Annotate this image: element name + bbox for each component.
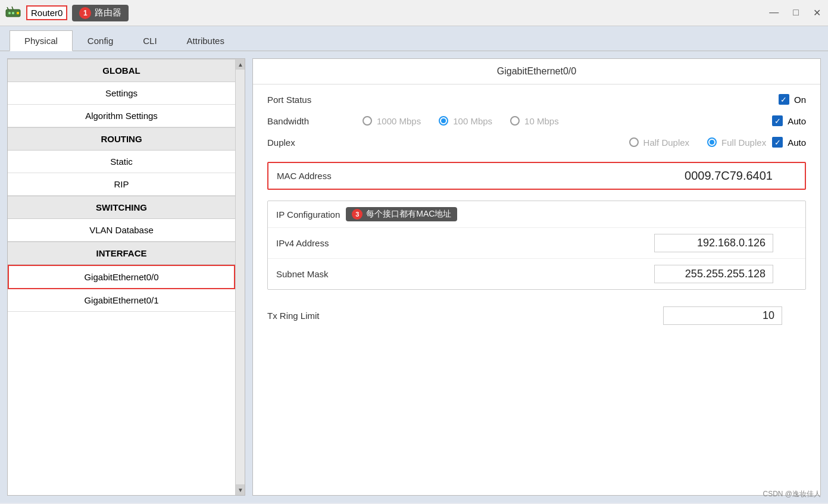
sidebar: GLOBAL Settings Algorithm Settings ROUTI… [7, 58, 245, 496]
duplex-label: Duplex [267, 137, 363, 148]
svg-line-4 [7, 7, 8, 10]
ipv4-value: 192.168.0.126 [654, 234, 773, 252]
close-button[interactable]: ✕ [811, 7, 823, 18]
duplex-options: Half Duplex Full Duplex [363, 137, 766, 148]
subnet-mask-row: Subnet Mask 255.255.255.128 [268, 259, 805, 289]
sidebar-item-gigabit0-0[interactable]: GigabitEthernet0/0 [8, 265, 235, 289]
bandwidth-row: Bandwidth 1000 Mbps 100 Mbps 10 Mbps [267, 115, 806, 126]
bandwidth-10[interactable]: 10 Mbps [510, 116, 559, 126]
tab-config[interactable]: Config [73, 30, 128, 51]
sidebar-section-global: GLOBAL [8, 59, 235, 82]
subnet-mask-value: 255.255.255.128 [654, 265, 773, 283]
bandwidth-options: 1000 Mbps 100 Mbps 10 Mbps [363, 116, 772, 126]
tx-ring-value: 10 [663, 306, 782, 325]
watermark: CSDN @逸妆佳人 [763, 489, 821, 499]
sidebar-item-algorithm-settings[interactable]: Algorithm Settings [8, 105, 235, 127]
port-status-label: Port Status [267, 95, 363, 105]
tx-ring-label: Tx Ring Limit [267, 311, 363, 321]
ip-config-label: IP Configuration [276, 209, 340, 220]
bandwidth-1000[interactable]: 1000 Mbps [363, 116, 421, 126]
title-bar: Router0 1 路由器 — □ ✕ [0, 0, 828, 26]
port-status-row: Port Status ✓ On [267, 94, 806, 105]
radio-1000-icon [363, 116, 372, 126]
svg-line-5 [12, 7, 13, 10]
sidebar-item-rip[interactable]: RIP [8, 173, 235, 196]
tab-physical[interactable]: Physical [10, 30, 73, 51]
badge-number: 1 [79, 7, 91, 19]
bandwidth-100[interactable]: 100 Mbps [439, 116, 492, 126]
sidebar-content: GLOBAL Settings Algorithm Settings ROUTI… [8, 59, 235, 495]
annotation-3: 3 每个接口都有MAC地址 [346, 207, 457, 221]
sidebar-section-routing: ROUTING [8, 127, 235, 151]
radio-100-icon [439, 116, 448, 126]
title-bar-left: Router0 1 路由器 [5, 5, 129, 21]
mac-address-label: MAC Address [277, 171, 372, 181]
tx-ring-row: Tx Ring Limit 10 [267, 300, 806, 331]
duplex-auto: ✓ Auto [772, 137, 806, 148]
port-status-on-label: On [794, 95, 806, 105]
tab-cli[interactable]: CLI [128, 30, 171, 51]
tab-attributes[interactable]: Attributes [172, 30, 239, 51]
router-icon [5, 5, 21, 21]
maximize-button[interactable]: □ [790, 7, 801, 18]
subnet-mask-label: Subnet Mask [276, 269, 371, 279]
sidebar-item-gigabit0-0-container: GigabitEthernet0/0 2 路由器的某一个接口 [8, 265, 235, 289]
panel-body: Port Status ✓ On Bandwidth 1000 Mbps 100 [253, 84, 820, 495]
duplex-auto-label: Auto [788, 137, 806, 148]
radio-full-icon [707, 137, 717, 147]
ip-config-header: IP Configuration 3 每个接口都有MAC地址 [268, 201, 805, 228]
bandwidth-auto-checkbox[interactable]: ✓ [772, 115, 783, 126]
radio-half-icon [629, 137, 639, 147]
tabs-bar: Physical Config CLI Attributes [0, 26, 828, 51]
scroll-track [236, 70, 245, 484]
bandwidth-auto: ✓ Auto [772, 115, 806, 126]
sidebar-item-vlan-database[interactable]: VLAN Database [8, 219, 235, 242]
mac-address-value: 0009.7C79.6401 [685, 169, 773, 183]
svg-point-2 [12, 12, 14, 14]
ipv4-label: IPv4 Address [276, 238, 371, 248]
window-title: Router0 [26, 5, 67, 20]
duplex-full[interactable]: Full Duplex [707, 137, 766, 148]
svg-rect-3 [17, 12, 19, 14]
router-badge-button[interactable]: 1 路由器 [72, 5, 129, 21]
sidebar-item-static[interactable]: Static [8, 151, 235, 173]
sidebar-section-switching: SWITCHING [8, 196, 235, 219]
sidebar-item-settings[interactable]: Settings [8, 82, 235, 105]
duplex-auto-checkbox[interactable]: ✓ [772, 137, 783, 148]
scroll-up-button[interactable]: ▲ [236, 59, 245, 70]
duplex-half[interactable]: Half Duplex [629, 137, 690, 148]
svg-point-1 [8, 12, 11, 14]
radio-10-icon [510, 116, 520, 126]
sidebar-section-interface: INTERFACE [8, 242, 235, 265]
duplex-row: Duplex Half Duplex Full Duplex ✓ Auto [267, 137, 806, 148]
ip-config-section: IP Configuration 3 每个接口都有MAC地址 IPv4 Addr… [267, 201, 806, 290]
port-status-checkbox[interactable]: ✓ [779, 94, 789, 105]
minimize-button[interactable]: — [767, 7, 781, 18]
mac-address-row: MAC Address 0009.7C79.6401 [267, 162, 806, 190]
scroll-down-button[interactable]: ▼ [236, 484, 245, 495]
window-controls: — □ ✕ [767, 7, 823, 18]
bandwidth-label: Bandwidth [267, 116, 363, 126]
main-content: GLOBAL Settings Algorithm Settings ROUTI… [0, 51, 828, 503]
port-status-right: ✓ On [779, 94, 806, 105]
right-panel: GigabitEthernet0/0 Port Status ✓ On Band… [252, 58, 821, 496]
bandwidth-auto-label: Auto [788, 116, 806, 126]
sidebar-scrollbar[interactable]: ▲ ▼ [235, 59, 245, 495]
panel-title: GigabitEthernet0/0 [253, 59, 820, 84]
ipv4-address-row: IPv4 Address 192.168.0.126 [268, 228, 805, 259]
badge-label: 路由器 [95, 7, 121, 18]
sidebar-item-gigabit0-1[interactable]: GigabitEthernet0/1 [8, 289, 235, 312]
